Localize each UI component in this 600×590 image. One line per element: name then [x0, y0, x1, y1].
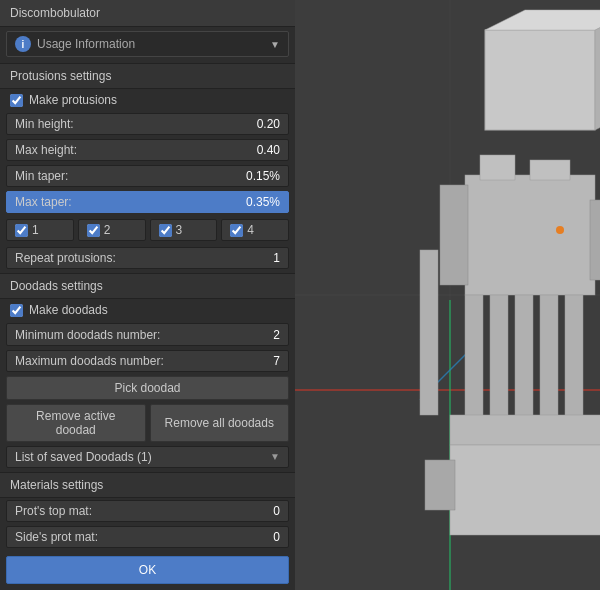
svg-rect-21	[420, 250, 438, 415]
checkbox-3-label: 3	[176, 223, 183, 237]
checkbox-4[interactable]	[230, 224, 243, 237]
checkbox-3[interactable]	[159, 224, 172, 237]
repeat-value: 1	[238, 251, 288, 265]
min-taper-label: Min taper:	[7, 169, 238, 183]
pick-doodad-container: Pick doodad	[6, 376, 289, 400]
repeat-label: Repeat protusions:	[7, 251, 238, 265]
svg-rect-22	[450, 445, 600, 535]
max-doodads-value: 7	[238, 354, 288, 368]
3d-viewport[interactable]	[295, 0, 600, 590]
side-mat-row[interactable]: Side's prot mat: 0	[6, 526, 289, 548]
checkbox-4-item: 4	[221, 219, 289, 241]
viewport-grid	[295, 0, 600, 590]
ok-container: OK	[0, 550, 295, 590]
make-protusions-row: Make protusions	[0, 89, 295, 111]
make-protusions-checkbox[interactable]	[10, 94, 23, 107]
svg-rect-23	[425, 460, 455, 510]
info-icon: i	[15, 36, 31, 52]
repeat-protusions-row[interactable]: Repeat protusions: 1	[6, 247, 289, 269]
dropdown-arrow-icon: ▼	[270, 451, 280, 462]
checkbox-1[interactable]	[15, 224, 28, 237]
remove-active-button[interactable]: Remove active doodad	[6, 404, 146, 442]
top-mat-value: 0	[238, 504, 288, 518]
min-taper-value: 0.15%	[238, 169, 288, 183]
min-taper-row[interactable]: Min taper: 0.15%	[6, 165, 289, 187]
side-mat-label: Side's prot mat:	[7, 530, 238, 544]
svg-rect-17	[515, 295, 533, 425]
number-checkboxes: 1 2 3 4	[6, 219, 289, 241]
remove-all-button[interactable]: Remove all doodads	[150, 404, 290, 442]
svg-rect-6	[485, 30, 595, 130]
checkbox-2-label: 2	[104, 223, 111, 237]
svg-rect-15	[465, 295, 483, 425]
svg-rect-9	[465, 175, 595, 295]
min-height-label: Min height:	[7, 117, 238, 131]
checkbox-1-item: 1	[6, 219, 74, 241]
min-height-row[interactable]: Min height: 0.20	[6, 113, 289, 135]
ok-button[interactable]: OK	[6, 556, 289, 584]
checkbox-4-label: 4	[247, 223, 254, 237]
pick-doodad-button[interactable]: Pick doodad	[6, 376, 289, 400]
svg-point-14	[556, 226, 564, 234]
min-doodads-value: 2	[238, 328, 288, 342]
svg-rect-16	[490, 295, 508, 425]
max-height-label: Max height:	[7, 143, 238, 157]
make-protusions-label: Make protusions	[29, 93, 117, 107]
chevron-down-icon: ▼	[270, 39, 280, 50]
min-height-value: 0.20	[238, 117, 288, 131]
min-doodads-row[interactable]: Minimum doodads number: 2	[6, 323, 289, 345]
max-doodads-row[interactable]: Maximum doodads number: 7	[6, 350, 289, 372]
svg-rect-20	[450, 415, 600, 445]
protusions-section-header: Protusions settings	[0, 63, 295, 89]
max-doodads-label: Maximum doodads number:	[7, 354, 238, 368]
svg-rect-12	[480, 155, 515, 180]
saved-doodads-label: List of saved Doodads (1)	[15, 450, 152, 464]
saved-doodads-dropdown[interactable]: List of saved Doodads (1) ▼	[6, 446, 289, 468]
min-doodads-label: Minimum doodads number:	[7, 328, 238, 342]
materials-section-header: Materials settings	[0, 472, 295, 498]
checkbox-2[interactable]	[87, 224, 100, 237]
side-mat-value: 0	[238, 530, 288, 544]
top-mat-row[interactable]: Prot's top mat: 0	[6, 500, 289, 522]
max-height-row[interactable]: Max height: 0.40	[6, 139, 289, 161]
svg-rect-11	[590, 200, 600, 280]
title-bar: Discombobulator	[0, 0, 295, 27]
checkbox-1-label: 1	[32, 223, 39, 237]
max-taper-row[interactable]: Max taper: 0.35%	[6, 191, 289, 213]
max-taper-value: 0.35%	[238, 195, 288, 209]
usage-bar[interactable]: i Usage Information ▼	[6, 31, 289, 57]
remove-buttons-row: Remove active doodad Remove all doodads	[6, 404, 289, 442]
checkbox-3-item: 3	[150, 219, 218, 241]
max-taper-label: Max taper:	[7, 195, 238, 209]
title-label: Discombobulator	[10, 6, 100, 20]
svg-rect-10	[440, 185, 468, 285]
max-height-value: 0.40	[238, 143, 288, 157]
doodads-section-header: Doodads settings	[0, 273, 295, 299]
make-doodads-row: Make doodads	[0, 299, 295, 321]
svg-rect-19	[565, 295, 583, 425]
svg-rect-13	[530, 160, 570, 180]
make-doodads-label: Make doodads	[29, 303, 108, 317]
left-panel: Discombobulator i Usage Information ▼ Pr…	[0, 0, 295, 590]
svg-rect-18	[540, 295, 558, 425]
top-mat-label: Prot's top mat:	[7, 504, 238, 518]
checkbox-2-item: 2	[78, 219, 146, 241]
make-doodads-checkbox[interactable]	[10, 304, 23, 317]
usage-bar-label: Usage Information	[37, 37, 270, 51]
